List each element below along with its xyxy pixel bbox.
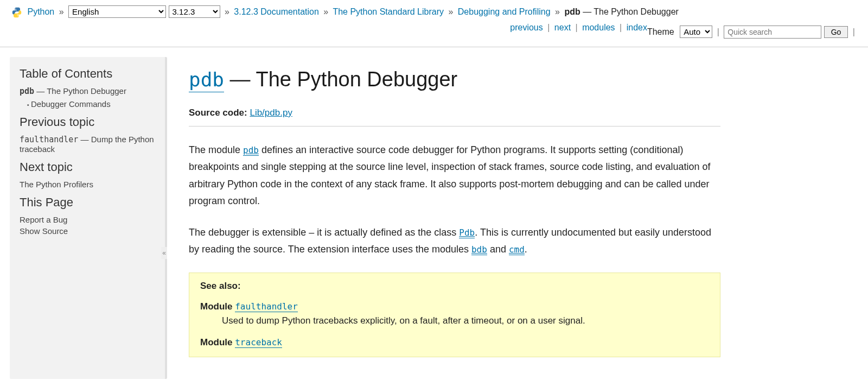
breadcrumb-sep: » [555,7,560,16]
breadcrumb-current-suffix: — The Python Debugger [580,7,679,16]
main-content: pdb — The Python Debugger Source code: L… [167,57,742,379]
breadcrumb-sep: » [323,7,328,16]
next-topic-heading: Next topic [20,160,155,174]
show-source-link[interactable]: Show Source [20,226,155,236]
nav-modules-link[interactable]: modules [582,23,615,32]
breadcrumb-sep: » [225,7,229,16]
divider [189,126,720,126]
toc-sub-item[interactable]: Debugger Commands [27,99,155,109]
this-page-heading: This Page [20,195,155,210]
language-select[interactable]: English [68,5,166,18]
prev-topic-link[interactable]: faulthandler — Dump the Python traceback [20,135,155,154]
theme-label: Theme [647,27,674,36]
seealso-faulthandler-link[interactable]: faulthandler [235,301,298,312]
breadcrumb-stdlib[interactable]: The Python Standard Library [333,7,444,16]
title-suffix: — The Python Debugger [224,68,457,91]
source-code-link[interactable]: Lib/pdb.py [250,107,292,118]
source-code-line: Source code: Lib/pdb.py [189,107,720,118]
breadcrumb-current-mod: pdb [564,7,580,16]
breadcrumb-sep: » [448,7,453,16]
nav-index-link[interactable]: index [627,23,647,32]
intro-paragraph-1: The module pdb defines an interactive so… [189,142,720,210]
report-bug-link[interactable]: Report a Bug [20,215,155,224]
seealso-item: Module traceback [200,337,709,348]
breadcrumb-debugging[interactable]: Debugging and Profiling [458,7,551,16]
intro-paragraph-2: The debugger is extensible – it is actua… [189,224,720,258]
python-logo-icon [11,7,23,18]
cmd-mod-link[interactable]: cmd [509,244,525,255]
breadcrumb-sep: » [59,7,64,16]
search-input[interactable] [724,26,821,39]
seealso-item: Module faulthandler [200,301,709,312]
nav-previous-link[interactable]: previous [510,23,542,32]
python-home-link[interactable]: Python [27,7,54,16]
breadcrumb-documentation[interactable]: 3.12.3 Documentation [234,7,319,16]
sidebar: Table of Contents pdb — The Python Debug… [10,57,167,379]
see-also-box: See also: Module faulthandler Used to du… [189,273,720,357]
nav-next-link[interactable]: next [554,23,571,32]
search-go-button[interactable]: Go [824,26,848,38]
pdb-class-link[interactable]: Pdb [459,227,475,238]
top-navigation: Python » English 3.12.3 » 3.12.3 Documen… [0,0,868,47]
page-title: pdb — The Python Debugger [189,68,720,91]
next-topic-link[interactable]: The Python Profilers [20,180,155,189]
prev-topic-heading: Previous topic [20,115,155,129]
theme-select[interactable]: Auto [680,26,712,38]
version-select[interactable]: 3.12.3 [169,5,220,18]
title-module-name: pdb [189,68,224,92]
see-also-title: See also: [200,281,709,292]
seealso-traceback-link[interactable]: traceback [235,337,282,348]
sidebar-collapse-icon[interactable]: « [161,247,167,259]
toc-root-item[interactable]: pdb — The Python Debugger Debugger Comma… [20,86,155,109]
pdb-mod-link[interactable]: pdb [243,145,259,156]
toc-heading: Table of Contents [20,67,155,81]
seealso-desc: Used to dump Python tracebacks explicitl… [222,315,709,326]
nav-right-links: previous | next | modules | index Theme … [510,20,857,40]
bdb-mod-link[interactable]: bdb [471,244,487,255]
